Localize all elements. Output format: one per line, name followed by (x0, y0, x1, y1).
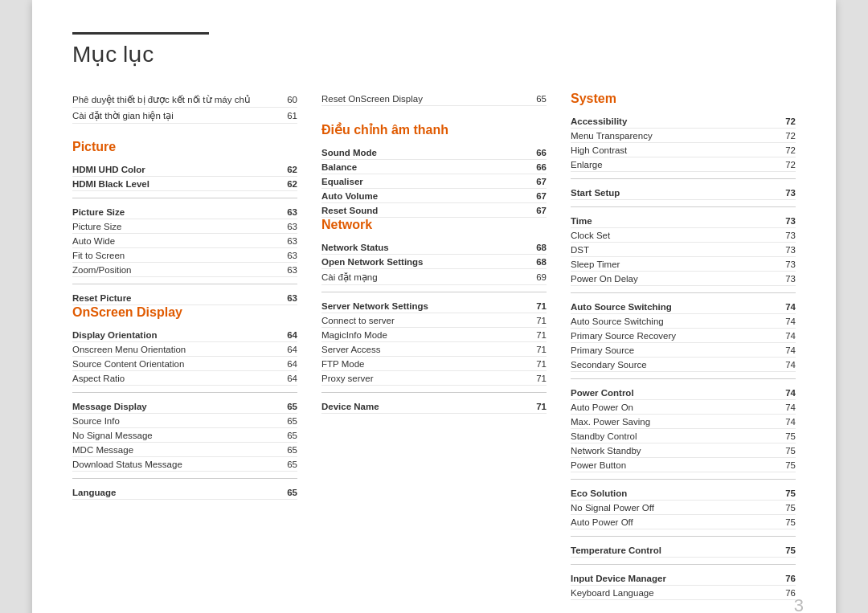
toc-item: Clock Set 73 (571, 228, 796, 243)
toc-page: 69 (536, 272, 547, 282)
column-2: Reset OnScreen Display 65 Điều chỉnh âm … (321, 92, 571, 600)
separator (72, 478, 297, 479)
toc-item: Server Network Settings 71 (321, 299, 547, 313)
toc-item: Reset OnScreen Display 65 (321, 92, 547, 106)
separator (571, 378, 796, 379)
toc-label: FTP Mode (321, 359, 530, 369)
toc-item: Source Content Orientation 64 (72, 357, 297, 371)
toc-page: 75 (785, 488, 796, 498)
toc-item: Time 73 (571, 214, 796, 228)
toc-label: Server Network Settings (321, 301, 530, 311)
toc-label: Input Device Manager (571, 574, 779, 583)
separator (72, 392, 297, 393)
toc-label: Enlarge (571, 160, 779, 170)
toc-item: Start Setup 73 (571, 186, 796, 200)
separator (571, 479, 796, 480)
toc-item: Primary Source 74 (571, 343, 796, 358)
toc-page: 65 (287, 488, 297, 497)
toc-label: Primary Source Recovery (571, 331, 779, 341)
toc-page: 67 (536, 191, 547, 201)
toc-label: Auto Power On (571, 403, 779, 412)
toc-label: Balance (321, 162, 530, 172)
section-title: Network (321, 218, 547, 232)
toc-label: DST (571, 245, 779, 255)
toc-item: Device Name 71 (321, 399, 547, 414)
toc-label: Display Orientation (72, 330, 280, 340)
separator (571, 564, 796, 565)
toc-page: 72 (785, 116, 796, 126)
toc-item: Reset Sound 67 (321, 203, 547, 218)
section-title: Picture (72, 140, 297, 154)
toc-page: 75 (785, 517, 796, 527)
toc-label: Network Standby (571, 446, 779, 456)
toc-label: Equaliser (321, 177, 530, 186)
toc-label: Reset Sound (321, 206, 530, 215)
toc-page: 60 (287, 95, 297, 104)
toc-item: Keyboard Language 76 (571, 586, 796, 600)
toc-item: Auto Power Off 75 (571, 515, 796, 529)
toc-label: Reset Picture (72, 293, 280, 303)
toc-page: 71 (536, 330, 547, 340)
toc-item: Standby Control 75 (571, 429, 796, 443)
toc-item: Connect to server 71 (321, 313, 547, 328)
toc-page: 65 (287, 402, 297, 411)
toc-item: Max. Power Saving 74 (571, 415, 796, 429)
toc-label: Clock Set (571, 231, 779, 240)
toc-page: 75 (785, 503, 796, 513)
toc-label: Sleep Timer (571, 260, 779, 269)
toc-label: Phê duyệt thiết bị được kết nối từ máy c… (72, 94, 280, 105)
toc-page: 75 (785, 431, 796, 441)
toc-page: 74 (785, 345, 796, 355)
col2-top-items: Reset OnScreen Display 65 (321, 92, 547, 106)
toc-page: 63 (287, 222, 297, 231)
toc-item: Auto Source Switching 74 (571, 300, 796, 314)
toc-label: Fit to Screen (72, 251, 280, 260)
toc-label: Max. Power Saving (571, 417, 779, 427)
toc-label: Picture Size (72, 207, 280, 217)
toc-label: Secondary Source (571, 360, 779, 370)
toc-item: FTP Mode 71 (321, 357, 547, 371)
toc-label: Keyboard Language (571, 588, 779, 598)
section-title: OnScreen Display (72, 305, 297, 320)
toc-page: 74 (785, 360, 796, 370)
toc-label: Start Setup (571, 188, 779, 198)
toc-item: Zoom/Position 63 (72, 263, 297, 277)
separator (571, 178, 796, 179)
toc-item: Primary Source Recovery 74 (571, 329, 796, 343)
separator (321, 392, 547, 393)
toc-page: 63 (287, 236, 297, 246)
toc-item: Cài đặt thời gian hiện tại 61 (72, 108, 297, 124)
toc-page: 71 (536, 345, 547, 354)
toc-item: Display Orientation 64 (72, 328, 297, 342)
toc-label: Primary Source (571, 345, 779, 355)
toc-page: 64 (287, 345, 297, 354)
toc-page: 73 (785, 231, 796, 240)
toc-label: MDC Message (72, 445, 280, 455)
toc-item: No Signal Power Off 75 (571, 501, 796, 515)
separator (571, 292, 796, 293)
toc-label: Auto Source Switching (571, 302, 779, 312)
toc-label: Connect to server (321, 316, 530, 325)
toc-page: 74 (785, 302, 796, 312)
toc-label: Aspect Ratio (72, 374, 280, 383)
toc-page: 75 (785, 460, 796, 470)
toc-item: Power Button 75 (571, 458, 796, 472)
toc-label: Server Access (321, 345, 530, 354)
section-title: System (571, 92, 796, 106)
toc-page: 74 (785, 317, 796, 326)
section-title: Điều chỉnh âm thanh (321, 122, 547, 137)
toc-label: Auto Source Switching (571, 317, 779, 326)
toc-item: Power Control 74 (571, 386, 796, 400)
toc-item: Picture Size 63 (72, 205, 297, 219)
toc-label: Menu Transparency (571, 131, 779, 141)
toc-item: Cài đặt mạng 69 (321, 269, 547, 285)
toc-item: Sleep Timer 73 (571, 257, 796, 272)
toc-item: Server Access 71 (321, 342, 547, 357)
toc-page: 72 (785, 145, 796, 155)
toc-label: Temperature Control (571, 546, 779, 555)
toc-item: MDC Message 65 (72, 443, 297, 457)
toc-item: MagicInfo Mode 71 (321, 328, 547, 342)
toc-item: Sound Mode 66 (321, 145, 547, 160)
section: System Accessibility 72 Menu Transparenc… (571, 92, 796, 600)
toc-page: 63 (287, 207, 297, 217)
